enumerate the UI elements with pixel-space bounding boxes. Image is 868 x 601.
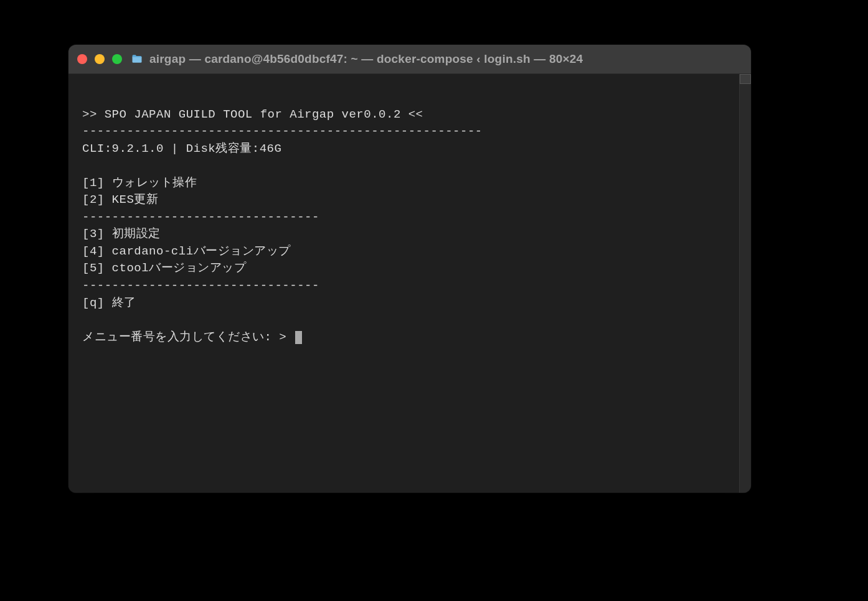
divider-short-1: --------------------------------	[82, 210, 319, 224]
divider-short-2: --------------------------------	[82, 279, 319, 292]
menu-item-q: [q] 終了	[82, 296, 136, 310]
menu-item-2: [2] KES更新	[82, 193, 158, 207]
status-line: CLI:9.2.1.0 | Disk残容量:46G	[82, 142, 281, 156]
menu-item-1: [1] ウォレット操作	[82, 176, 197, 190]
traffic-lights	[77, 54, 122, 64]
window-titlebar: airgap — cardano@4b56d0dbcf47: ~ — docke…	[68, 45, 751, 74]
window-minimize-button[interactable]	[95, 54, 105, 64]
input-prompt[interactable]: メニュー番号を入力してください: >	[82, 330, 302, 344]
window-close-button[interactable]	[77, 54, 87, 64]
terminal-window: airgap — cardano@4b56d0dbcf47: ~ — docke…	[68, 45, 751, 493]
tool-header-line: >> SPO JAPAN GUILD TOOL for Airgap ver0.…	[82, 108, 423, 121]
folder-icon	[131, 53, 143, 65]
menu-item-4: [4] cardano-cliバージョンアップ	[82, 245, 291, 258]
cursor-icon	[295, 331, 302, 344]
terminal-output[interactable]: >> SPO JAPAN GUILD TOOL for Airgap ver0.…	[68, 74, 739, 493]
window-title: airgap — cardano@4b56d0dbcf47: ~ — docke…	[149, 52, 583, 66]
menu-item-5: [5] ctoolバージョンアップ	[82, 261, 246, 275]
divider-long: ----------------------------------------…	[82, 124, 483, 138]
window-fullscreen-button[interactable]	[112, 54, 122, 64]
prompt-text: メニュー番号を入力してください: >	[82, 330, 294, 344]
menu-item-3: [3] 初期設定	[82, 227, 161, 241]
terminal-body[interactable]: >> SPO JAPAN GUILD TOOL for Airgap ver0.…	[68, 74, 751, 493]
vertical-scrollbar[interactable]	[739, 74, 751, 493]
scrollbar-thumb[interactable]	[740, 74, 751, 84]
